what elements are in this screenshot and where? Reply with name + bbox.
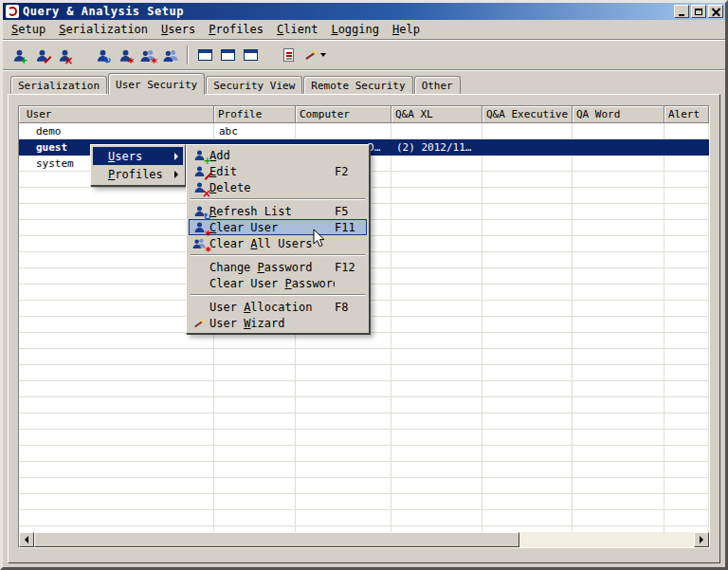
users-submenu: Add Edit F2 Delete Refresh List F5 Clear… xyxy=(186,144,370,334)
menu-item-refresh-list[interactable]: Refresh List F5 xyxy=(189,203,367,219)
menu-item-add[interactable]: Add xyxy=(189,147,367,163)
user-allocation-button[interactable] xyxy=(159,44,182,66)
wizard-icon xyxy=(189,316,209,331)
window-view-button-3[interactable] xyxy=(239,44,262,66)
column-header-alert[interactable]: Alert xyxy=(664,106,709,123)
menu-item-edit[interactable]: Edit F2 xyxy=(189,163,367,179)
toolbar xyxy=(3,41,725,69)
cell-qa-word xyxy=(573,123,664,138)
arrow-right-icon xyxy=(700,536,703,543)
delete-user-button[interactable] xyxy=(53,44,76,66)
cell-qa-word xyxy=(573,139,664,155)
menu-item-user-wizard[interactable]: User Wizard xyxy=(189,315,367,331)
menu-users[interactable]: Users xyxy=(155,21,202,38)
menu-item-clear-user-password[interactable]: Clear User Password xyxy=(189,275,367,291)
menu-setup[interactable]: Setup xyxy=(5,21,52,38)
table-header: User Profile Computer Q&A XL Q&A Executi… xyxy=(19,106,709,123)
cell-qa-xl xyxy=(391,156,482,171)
scroll-right-button[interactable] xyxy=(694,532,709,547)
menu-separator xyxy=(191,291,365,299)
minimize-button[interactable] xyxy=(674,5,689,18)
column-header-user[interactable]: User xyxy=(19,106,214,123)
user-delete-icon xyxy=(189,180,209,195)
menu-item-delete[interactable]: Delete xyxy=(189,179,367,195)
maximize-button[interactable] xyxy=(691,5,706,18)
submenu-arrow-icon xyxy=(174,153,178,160)
cell-qa-xl: (2) 2012/11/2... xyxy=(391,139,482,155)
maximize-icon xyxy=(695,9,702,15)
close-icon xyxy=(712,8,720,16)
column-header-qa-word[interactable]: QA Word xyxy=(573,106,664,123)
menu-item-shortcut: F5 xyxy=(335,205,363,218)
submenu-arrow-icon xyxy=(174,171,178,178)
menu-logging[interactable]: Logging xyxy=(324,21,386,38)
add-user-button[interactable] xyxy=(8,44,30,66)
column-header-computer[interactable]: Computer xyxy=(296,106,391,123)
tab-user-security[interactable]: User Security xyxy=(108,73,205,95)
titlebar[interactable]: Query & Analysis Setup xyxy=(3,3,725,20)
menu-separator xyxy=(191,195,365,203)
menu-item-clear-user[interactable]: Clear User F11 xyxy=(189,219,367,235)
grid-line xyxy=(664,172,664,532)
menu-profiles[interactable]: Profiles xyxy=(202,21,270,38)
user-edit-icon xyxy=(189,164,209,179)
cell-user: demo xyxy=(19,123,214,138)
cell-alert xyxy=(664,156,709,171)
tab-remote-security[interactable]: Remote Security xyxy=(303,76,412,94)
menu-client[interactable]: Client xyxy=(270,21,324,38)
users-clear-icon xyxy=(189,236,209,251)
mouse-cursor xyxy=(313,229,325,248)
toolbar-separator xyxy=(187,46,189,64)
window-view-button-2[interactable] xyxy=(216,44,239,66)
menu-item-label: Add xyxy=(209,149,335,162)
clear-user-icon xyxy=(118,48,133,63)
table-row-demo[interactable]: demo abc xyxy=(19,123,709,139)
user-allocation-icon xyxy=(163,48,178,63)
scroll-left-button[interactable] xyxy=(19,532,34,547)
menubar: Setup Serialization Users Profiles Clien… xyxy=(3,20,725,39)
window-title: Query & Analysis Setup xyxy=(23,5,672,18)
clear-user-button[interactable] xyxy=(114,44,136,66)
tab-strip: Serialization User Security Security Vie… xyxy=(3,71,725,94)
edit-page-button[interactable] xyxy=(277,44,300,66)
scrollbar-thumb[interactable] xyxy=(34,532,519,547)
cell-computer xyxy=(296,123,391,138)
context-menu-item-label: Profiles xyxy=(108,168,163,181)
menu-item-clear-all-users[interactable]: Clear All Users xyxy=(189,235,367,251)
menu-help[interactable]: Help xyxy=(386,21,427,38)
add-user-icon xyxy=(12,48,27,63)
edit-user-button[interactable] xyxy=(30,44,53,66)
clear-all-users-button[interactable] xyxy=(136,44,159,66)
tab-serialization[interactable]: Serialization xyxy=(10,76,107,94)
app-icon xyxy=(6,5,19,18)
menu-item-user-allocation[interactable]: User Allocation F8 xyxy=(189,299,367,315)
cell-qa-xl xyxy=(391,123,482,138)
menu-item-label: Refresh List xyxy=(209,205,335,218)
context-menu-item-users[interactable]: Users xyxy=(93,147,183,165)
column-header-profile[interactable]: Profile xyxy=(214,106,296,123)
grid-line xyxy=(708,172,709,532)
column-header-qa-xl[interactable]: Q&A XL xyxy=(391,106,482,123)
menu-item-shortcut: F12 xyxy=(335,261,363,274)
window-icon xyxy=(221,49,235,61)
window-view-button-1[interactable] xyxy=(193,44,216,66)
scrollbar-track[interactable] xyxy=(34,532,694,547)
menu-item-label: Delete xyxy=(209,181,335,194)
context-menu: Users Profiles xyxy=(90,144,186,186)
minimize-icon xyxy=(679,14,684,16)
horizontal-scrollbar[interactable] xyxy=(19,532,709,547)
context-menu-item-profiles[interactable]: Profiles xyxy=(93,165,183,183)
close-button[interactable] xyxy=(708,5,723,18)
tab-other[interactable]: Other xyxy=(414,76,461,94)
window-icon xyxy=(198,49,212,61)
cell-profile: abc xyxy=(214,123,296,138)
menu-separator xyxy=(191,251,365,259)
column-header-qa-executive[interactable]: Q&A Executive xyxy=(482,106,573,123)
tab-security-view[interactable]: Security View xyxy=(206,76,302,94)
menu-serialization[interactable]: Serialization xyxy=(52,21,155,38)
menu-icon-spacer xyxy=(189,260,209,275)
user-wizard-button[interactable] xyxy=(300,44,330,66)
refresh-list-button[interactable] xyxy=(91,44,114,66)
cell-qa-executive xyxy=(482,156,573,171)
menu-item-change-password[interactable]: Change Password F12 xyxy=(189,259,367,275)
